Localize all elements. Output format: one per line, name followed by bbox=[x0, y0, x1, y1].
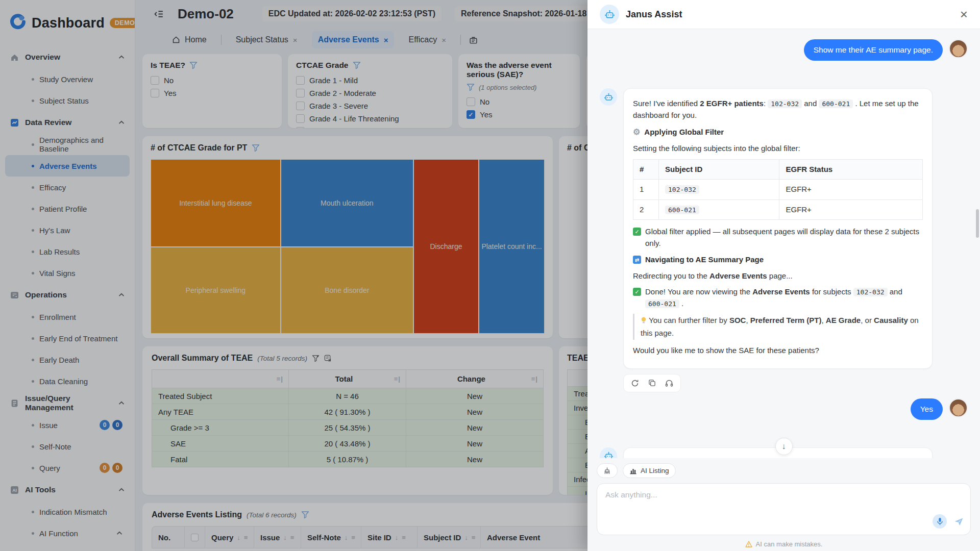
chat-table-cell: 2 bbox=[633, 199, 659, 220]
code-chip: 600-021 bbox=[645, 299, 679, 308]
user-message: Show me their AE summary page. bbox=[600, 39, 968, 61]
composer: AI Listing AI can make mistakes. bbox=[587, 458, 980, 551]
code-chip: 600-021 bbox=[665, 206, 699, 214]
user-avatar bbox=[949, 39, 968, 58]
robot-icon bbox=[600, 5, 619, 24]
message-text: Sure! I've identified 2 EGFR+ patients: … bbox=[633, 98, 923, 121]
chat-table-cell: 1 bbox=[633, 180, 659, 200]
user-message: Yes bbox=[600, 398, 968, 420]
janus-title: Janus Assist bbox=[626, 9, 682, 20]
check-icon: ✓ bbox=[633, 228, 641, 236]
message-heading: Applying Global Filter bbox=[644, 127, 724, 138]
clear-chat-button[interactable] bbox=[597, 463, 618, 478]
chat-area: Show me their AE summary page. Sure! I'v… bbox=[587, 29, 980, 458]
code-chip: 102-032 bbox=[665, 185, 699, 194]
bulb-icon bbox=[641, 316, 647, 328]
ai-listing-button[interactable]: AI Listing bbox=[623, 463, 676, 478]
ai-listing-label: AI Listing bbox=[641, 467, 669, 474]
message-text: Would you like me to show the SAE for th… bbox=[633, 345, 923, 357]
chat-table-header: Subject ID bbox=[659, 159, 779, 180]
code-chip: 102-032 bbox=[768, 99, 802, 108]
chat-table-row: 2600-021EGFR+ bbox=[633, 199, 923, 220]
navigate-icon: ⇄ bbox=[633, 256, 641, 264]
check-icon: ✓ bbox=[633, 288, 641, 296]
copy-icon[interactable] bbox=[648, 379, 656, 387]
assistant-avatar bbox=[600, 88, 617, 106]
gear-icon: ⚙ bbox=[633, 126, 640, 138]
chat-scrollbar[interactable] bbox=[976, 209, 979, 238]
chat-table-cell: 102-032 bbox=[659, 180, 779, 200]
message-text: Setting the following subjects into the … bbox=[633, 143, 923, 155]
code-chip: 102-032 bbox=[853, 288, 888, 296]
user-message-bubble: Show me their AE summary page. bbox=[804, 39, 943, 61]
chat-table-row: 1102-032EGFR+ bbox=[633, 180, 923, 200]
warning-icon bbox=[745, 541, 752, 547]
message-text: You can further filter by SOC, Preferred… bbox=[641, 316, 919, 337]
read-aloud-icon[interactable] bbox=[665, 379, 673, 387]
message-text: Global filter applied — all subsequent p… bbox=[645, 226, 923, 249]
chat-input-box[interactable] bbox=[597, 483, 971, 535]
chat-table-header: EGFR Status bbox=[779, 159, 923, 180]
close-icon[interactable]: × bbox=[960, 8, 968, 21]
tip-blockquote: You can further filter by SOC, Preferred… bbox=[633, 314, 923, 340]
assistant-message: Sure! I've identified 2 EGFR+ patients: … bbox=[600, 88, 968, 369]
code-chip: 600-021 bbox=[819, 99, 853, 108]
chat-table-cell: EGFR+ bbox=[779, 199, 923, 220]
message-heading: Navigating to AE Summary Page bbox=[645, 254, 764, 266]
assistant-message-card: Sure! I've identified 2 EGFR+ patients: … bbox=[623, 88, 933, 369]
chat-table: #Subject IDEGFR Status1102-032EGFR+2600-… bbox=[633, 159, 923, 220]
microphone-icon[interactable] bbox=[933, 514, 947, 529]
regenerate-icon[interactable] bbox=[631, 379, 639, 387]
message-text: Done! You are now viewing the Adverse Ev… bbox=[645, 286, 923, 309]
janus-assist-panel: Janus Assist × Show me their AE summary … bbox=[587, 0, 980, 551]
assistant-avatar bbox=[600, 447, 617, 459]
user-avatar bbox=[949, 398, 968, 417]
user-message-bubble: Yes bbox=[911, 398, 943, 420]
janus-header: Janus Assist × bbox=[587, 0, 980, 29]
message-text: Redirecting you to the Adverse Events pa… bbox=[633, 270, 923, 282]
send-icon[interactable] bbox=[953, 516, 964, 527]
ai-disclaimer: AI can make mistakes. bbox=[756, 540, 823, 548]
chat-input[interactable] bbox=[605, 490, 932, 526]
chat-table-header: # bbox=[633, 159, 659, 180]
scroll-to-bottom-button[interactable]: ↓ bbox=[775, 438, 793, 455]
chat-table-cell: EGFR+ bbox=[779, 180, 923, 200]
message-actions bbox=[623, 374, 681, 392]
chat-table-cell: 600-021 bbox=[659, 199, 779, 220]
